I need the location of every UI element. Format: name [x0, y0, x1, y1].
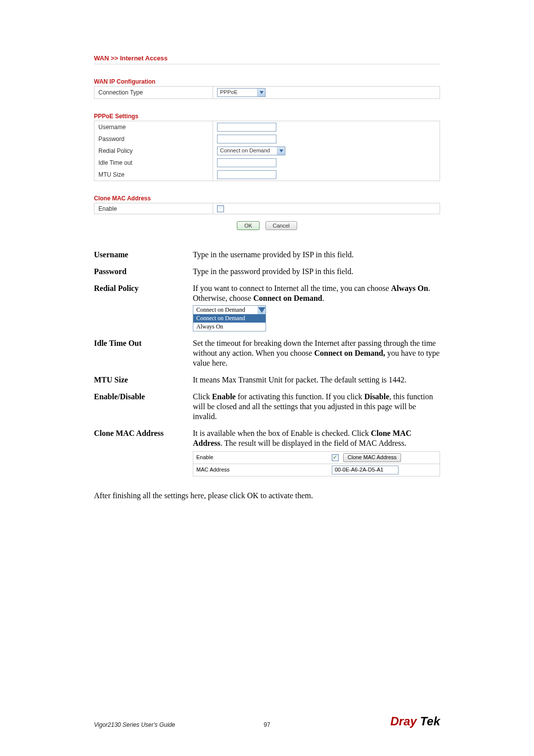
- section-wan-ip: WAN IP Configuration: [94, 78, 440, 85]
- desc-redial-term: Redial Policy: [94, 284, 193, 331]
- table-pppoe: Username Password Redial Policy Connect …: [94, 121, 440, 181]
- mtu-size-input[interactable]: [217, 170, 276, 179]
- breadcrumb: WAN >> Internet Access: [94, 54, 440, 62]
- desc-enable-term: Enable/Disable: [94, 392, 193, 422]
- desc-enable-text: Click Enable for activating this functio…: [193, 392, 440, 422]
- redial-option-connect-on-demand[interactable]: Connect on Demand: [193, 314, 266, 323]
- divider: [94, 64, 440, 64]
- password-label: Password: [94, 133, 213, 145]
- desc-mtu-text: It means Max Transmit Unit for packet. T…: [193, 375, 440, 385]
- clone-ex-mac-label: MAC Address: [193, 464, 329, 476]
- clone-ex-mac-input[interactable]: 00-0E-A6-2A-D5-A1: [332, 466, 399, 474]
- enable-label: Enable: [94, 203, 213, 214]
- chevron-down-icon: [277, 147, 285, 155]
- closing-text: After finishing all the settings here, p…: [94, 491, 440, 500]
- desc-password-text: Type in the password provided by ISP in …: [193, 267, 440, 277]
- clone-mac-address-button[interactable]: Clone MAC Address: [343, 453, 401, 462]
- chevron-down-icon: [257, 89, 265, 96]
- desc-password-term: Password: [94, 267, 193, 277]
- desc-clone-term: Clone MAC Address: [94, 428, 193, 476]
- redial-policy-select[interactable]: Connect on Demand: [217, 146, 285, 155]
- desc-redial-text: If you want to connect to Internet all t…: [193, 284, 430, 302]
- desc-username-term: Username: [94, 250, 193, 260]
- redial-policy-label: Redial Policy: [94, 145, 213, 157]
- conn-type-select[interactable]: PPPoE: [217, 88, 266, 97]
- clone-ex-enable-checkbox[interactable]: [332, 454, 339, 461]
- conn-type-label: Connection Type: [94, 87, 213, 99]
- enable-checkbox[interactable]: [217, 205, 224, 212]
- section-clone-mac: Clone MAC Address: [94, 195, 440, 202]
- footer-guide: Vigor2130 Series User's Guide: [94, 721, 175, 728]
- idle-timeout-label: Idle Time out: [94, 157, 213, 169]
- table-clone-mac: Enable: [94, 203, 440, 214]
- idle-timeout-input[interactable]: [217, 158, 276, 167]
- footer-page-number: 97: [264, 721, 270, 728]
- username-label: Username: [94, 121, 213, 134]
- draytek-logo: Dray Tek: [390, 714, 440, 728]
- desc-idle-term: Idle Time Out: [94, 338, 193, 368]
- cancel-button[interactable]: Cancel: [266, 221, 297, 230]
- conn-type-value: PPPoE: [218, 89, 257, 96]
- desc-clone-text: It is available when the box of Enable i…: [193, 429, 411, 447]
- clone-mac-example: Enable Clone MAC Address MAC Address 00-…: [193, 451, 440, 476]
- ok-button[interactable]: OK: [237, 221, 260, 230]
- chevron-down-icon: [258, 306, 266, 314]
- table-wan-ip: Connection Type PPPoE: [94, 86, 440, 99]
- desc-username-text: Type in the username provided by ISP in …: [193, 250, 440, 260]
- redial-policy-value: Connect on Demand: [218, 147, 277, 155]
- redial-option-always-on[interactable]: Always On: [193, 323, 266, 331]
- username-input[interactable]: [217, 123, 276, 132]
- desc-idle-text: Set the timeout for breaking down the In…: [193, 338, 440, 368]
- desc-mtu-term: MTU Size: [94, 375, 193, 385]
- password-input[interactable]: [217, 135, 276, 143]
- clone-ex-enable-label: Enable: [193, 452, 329, 464]
- redial-dropdown-selected: Connect on Demand: [193, 306, 258, 314]
- section-pppoe: PPPoE Settings: [94, 113, 440, 120]
- redial-dropdown-expanded[interactable]: Connect on Demand Connect on Demand Alwa…: [193, 305, 266, 331]
- mtu-size-label: MTU Size: [94, 169, 213, 181]
